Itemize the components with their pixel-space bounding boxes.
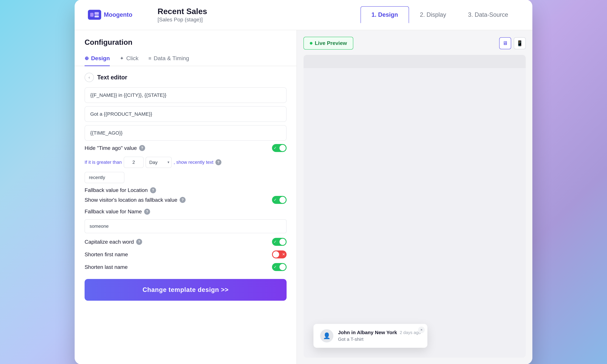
header: Moogento Recent Sales [Sales Pop (stage)… (75, 0, 532, 30)
config-header: Configuration (75, 30, 297, 52)
time-ago-sub-row: If it is greater than Day Hour Minute , … (85, 157, 287, 168)
design-icon: ⊕ (85, 55, 89, 61)
click-icon: ✦ (120, 55, 124, 61)
preview-canvas: × 👤 John in Albany New York 2 days ago G… (304, 55, 526, 358)
shorten-last-label: Shorten last name (85, 264, 128, 270)
shorten-first-toggle[interactable]: ✕ (272, 250, 287, 259)
text-field-1[interactable] (85, 87, 287, 103)
popup-close-icon: × (421, 328, 422, 332)
section-title: Text editor (97, 74, 127, 81)
svg-rect-0 (90, 13, 93, 17)
sub-label-show: , show recently text (174, 160, 213, 165)
body: Configuration ⊕ Design ✦ Click ≡ Data & … (75, 30, 532, 364)
logo-text: Moogento (104, 11, 132, 18)
capitalize-help[interactable]: ? (136, 239, 142, 245)
hide-time-ago-help[interactable]: ? (139, 145, 145, 151)
capitalize-row: Capitalize each word ? ✓ (85, 238, 287, 246)
shorten-first-label: Shorten first name (85, 251, 128, 258)
show-visitor-location-row: Show visitor's location as fallback valu… (85, 196, 287, 204)
period-select-wrapper: Day Hour Minute (145, 157, 172, 168)
fallback-name-input[interactable] (85, 219, 287, 233)
header-tab-datasource[interactable]: 3. Data-Source (457, 6, 519, 23)
hide-time-ago-label: Hide "Time ago" value ? (85, 145, 145, 151)
shorten-last-row: Shorten last name ✓ (85, 263, 287, 271)
desktop-device-button[interactable]: 🖥 (499, 37, 511, 49)
capitalize-toggle[interactable]: ✓ (272, 238, 287, 246)
mobile-icon: 📱 (516, 40, 523, 46)
data-timing-icon: ≡ (148, 55, 151, 61)
svg-rect-2 (94, 15, 99, 17)
popup-name-row: John in Albany New York 2 days ago (338, 330, 421, 335)
config-tabs: ⊕ Design ✦ Click ≡ Data & Timing (75, 52, 297, 66)
preview-header-bar (304, 55, 526, 68)
mobile-device-button[interactable]: 📱 (514, 37, 526, 49)
back-button[interactable]: ‹ (85, 73, 94, 82)
app-subtitle: [Sales Pop (stage)] (158, 17, 351, 23)
hide-time-ago-row: Hide "Time ago" value ? ✓ (85, 144, 287, 152)
period-select[interactable]: Day Hour Minute (145, 157, 172, 168)
tab-data-timing[interactable]: ≡ Data & Timing (148, 52, 189, 66)
recently-text-input[interactable] (85, 172, 124, 183)
fallback-location-toggle[interactable]: ✓ (272, 196, 287, 204)
right-toolbar: Live Preview 🖥 📱 (304, 37, 526, 50)
tab-design[interactable]: ⊕ Design (85, 52, 110, 66)
shorten-first-row: Shorten first name ✕ (85, 250, 287, 259)
header-tab-display[interactable]: 2. Display (409, 6, 457, 23)
desktop-icon: 🖥 (502, 40, 508, 46)
tab-click[interactable]: ✦ Click (120, 52, 138, 66)
show-visitor-help[interactable]: ? (180, 197, 185, 203)
title-area: Recent Sales [Sales Pop (stage)] (158, 7, 351, 23)
change-template-button[interactable]: Change template design >> (85, 279, 287, 301)
main-window: Moogento Recent Sales [Sales Pop (stage)… (75, 0, 532, 364)
live-preview-label: Live Preview (315, 40, 347, 46)
config-content: ‹ Text editor Hide "Time ago" value ? (75, 66, 297, 364)
popup-avatar: 👤 (320, 329, 333, 342)
device-icons: 🖥 📱 (499, 37, 526, 49)
left-panel: Configuration ⊕ Design ✦ Click ≡ Data & … (75, 30, 297, 364)
app-title: Recent Sales (158, 7, 351, 16)
popup-time: 2 days ago (400, 330, 421, 335)
fallback-location-help[interactable]: ? (150, 187, 156, 193)
popup-close-button[interactable]: × (418, 326, 425, 333)
capitalize-label: Capitalize each word ? (85, 239, 142, 245)
live-preview-button[interactable]: Live Preview (304, 37, 353, 50)
recently-help[interactable]: ? (215, 159, 221, 165)
fallback-location-row: Fallback value for Location ? (85, 187, 287, 193)
text-editor-header: ‹ Text editor (85, 73, 287, 82)
fallback-location-label: Fallback value for Location ? (85, 187, 156, 193)
popup-product: Got a T-shirt (338, 337, 421, 342)
header-tabs: 1. Design 2. Display 3. Data-Source (361, 6, 519, 23)
text-field-2[interactable] (85, 106, 287, 122)
popup-content: John in Albany New York 2 days ago Got a… (338, 330, 421, 342)
fallback-name-row: Fallback value for Name ? (85, 208, 287, 215)
preview-popup: × 👤 John in Albany New York 2 days ago G… (314, 324, 427, 348)
header-tab-design[interactable]: 1. Design (361, 6, 409, 23)
shorten-last-toggle[interactable]: ✓ (272, 263, 287, 271)
logo-area: Moogento (88, 10, 148, 20)
text-field-3[interactable] (85, 125, 287, 141)
fallback-name-label: Fallback value for Name ? (85, 208, 150, 215)
live-dot (310, 42, 313, 45)
svg-rect-1 (94, 12, 99, 15)
avatar-icon: 👤 (323, 332, 330, 339)
days-number-input[interactable] (124, 157, 144, 168)
hide-time-ago-toggle[interactable]: ✓ (272, 144, 287, 152)
popup-name: John in Albany New York (338, 330, 397, 335)
recently-input-row (85, 172, 287, 183)
fallback-name-help[interactable]: ? (144, 209, 150, 215)
right-panel: Live Preview 🖥 📱 × (297, 30, 532, 364)
sub-label-if: If it is greater than (85, 160, 122, 165)
show-visitor-label: Show visitor's location as fallback valu… (85, 197, 185, 203)
logo-icon (88, 10, 101, 20)
back-icon: ‹ (89, 75, 90, 80)
